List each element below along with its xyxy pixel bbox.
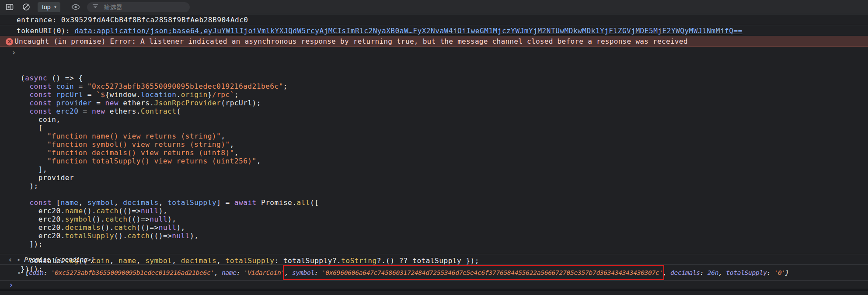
filter-input[interactable] bbox=[103, 3, 177, 11]
token bbox=[21, 140, 47, 149]
token: catch bbox=[114, 223, 136, 232]
token bbox=[21, 82, 29, 90]
token: async bbox=[25, 74, 47, 82]
token: const bbox=[29, 82, 52, 90]
console-prompt-input[interactable] bbox=[14, 281, 868, 289]
code-lines: (async () => { const coin = "0xc5273abfb… bbox=[21, 74, 868, 273]
console-sidebar-toggle-button[interactable] bbox=[4, 2, 15, 12]
token: provider bbox=[56, 99, 91, 107]
code-line: const provider = new ethers.JsonRpcProvi… bbox=[21, 99, 868, 107]
token: ( bbox=[21, 74, 25, 82]
code-line: "function symbol() view returns (string)… bbox=[21, 140, 868, 149]
token: ), bbox=[167, 215, 176, 223]
token: /rpc` bbox=[212, 90, 234, 99]
token: "function symbol() view returns (string)… bbox=[47, 140, 230, 149]
code-line: erc20.symbol().catch(()=>null), bbox=[21, 215, 868, 223]
token: erc20. bbox=[21, 215, 65, 223]
token: Promise. bbox=[257, 198, 297, 207]
code-line bbox=[21, 190, 868, 198]
code-line: ]); bbox=[21, 240, 868, 248]
console-prompt-row: › bbox=[0, 281, 868, 289]
token bbox=[21, 99, 29, 107]
token: , bbox=[78, 198, 87, 207]
token: (()=> bbox=[119, 207, 141, 215]
token: `$ bbox=[96, 90, 105, 99]
clear-console-button[interactable] bbox=[21, 2, 31, 12]
token: name bbox=[61, 198, 79, 207]
token: = bbox=[74, 82, 87, 90]
code-line: coin, bbox=[21, 115, 868, 124]
token: ; bbox=[234, 90, 239, 99]
token: new bbox=[105, 99, 119, 107]
token: ( bbox=[176, 107, 181, 115]
promise-pending-text: Promise {<pending>} bbox=[24, 256, 94, 263]
code-line: provider bbox=[21, 174, 868, 182]
token: , bbox=[230, 140, 234, 149]
token: (()=> bbox=[150, 232, 172, 240]
token: new bbox=[92, 107, 105, 115]
filter-funnel-icon bbox=[91, 2, 99, 12]
token: ethers. bbox=[105, 107, 141, 115]
code-line: erc20.decimals().catch(()=>null), bbox=[21, 223, 868, 232]
token: : bbox=[767, 269, 774, 276]
token: null bbox=[159, 223, 177, 232]
token: const bbox=[29, 99, 52, 107]
token: ), bbox=[159, 207, 167, 215]
input-marker-icon[interactable]: › bbox=[11, 48, 16, 56]
token: tokenURI(0): bbox=[17, 27, 74, 35]
code-line: [ bbox=[21, 124, 868, 132]
token: (). bbox=[92, 215, 105, 223]
token: location bbox=[141, 90, 176, 99]
token: erc20 bbox=[56, 107, 78, 115]
console-sidebar-icon bbox=[5, 3, 14, 11]
token bbox=[21, 157, 47, 165]
token: Contract bbox=[141, 107, 176, 115]
token: ); bbox=[21, 182, 38, 190]
tokenuri-link[interactable]: data:application/json;base64,eyJuYW1lIjo… bbox=[74, 27, 742, 35]
token: erc20. bbox=[21, 232, 65, 240]
token: erc20. bbox=[21, 223, 65, 232]
execution-context-selector[interactable]: top ▼ bbox=[38, 2, 60, 12]
token: "0xc5273abfb36550090095b1edec019216ad21b… bbox=[87, 82, 283, 90]
token: Promise {<pending>} bbox=[24, 256, 94, 263]
token: symbol bbox=[292, 269, 314, 276]
result-object-preview: {coin: '0xc5273abfb36550090095b1edec0192… bbox=[25, 269, 789, 276]
token bbox=[21, 90, 29, 99]
token: rpcUrl bbox=[56, 90, 83, 99]
token: ] = bbox=[216, 198, 234, 207]
console-toolbar: top ▼ bbox=[0, 0, 868, 14]
expand-triangle-icon[interactable]: ▶ bbox=[18, 257, 20, 262]
token: name bbox=[65, 207, 83, 215]
token: "function name() view returns (string)" bbox=[47, 132, 221, 140]
token: ]); bbox=[21, 240, 43, 248]
console-log-entrance: entrance: 0x39529fdA4CbB4f8Bfca2858f9BfA… bbox=[0, 14, 868, 25]
token: () => { bbox=[47, 74, 83, 82]
token: , bbox=[663, 269, 670, 276]
token: totalSupply bbox=[65, 232, 114, 240]
token: ), bbox=[176, 223, 185, 232]
live-expression-button[interactable] bbox=[70, 2, 81, 12]
token: ethers. bbox=[119, 99, 154, 107]
token: = bbox=[83, 90, 97, 99]
token: [ bbox=[52, 198, 60, 207]
token: catch bbox=[96, 207, 119, 215]
token: null bbox=[141, 207, 159, 215]
token: { bbox=[25, 269, 28, 276]
token: , bbox=[114, 198, 123, 207]
prompt-chevron-icon: › bbox=[9, 281, 14, 289]
console-filter-field[interactable] bbox=[87, 2, 190, 12]
expand-triangle-icon[interactable]: ▶ bbox=[18, 271, 21, 275]
token: JsonRpcProvider bbox=[154, 99, 221, 107]
token: origin bbox=[181, 90, 208, 99]
token bbox=[52, 99, 56, 107]
token: null bbox=[150, 215, 167, 223]
code-line: "function decimals() view returns (uint8… bbox=[21, 149, 868, 157]
chevron-down-icon: ▼ bbox=[53, 5, 57, 9]
token: : bbox=[237, 269, 244, 276]
code-line: "function name() view returns (string)", bbox=[21, 132, 868, 140]
code-line: const [name, symbol, decimals, totalSupp… bbox=[21, 198, 868, 207]
code-line: ], bbox=[21, 165, 868, 174]
token: , bbox=[221, 132, 225, 140]
token: (). bbox=[83, 207, 97, 215]
token: [ bbox=[21, 124, 43, 132]
